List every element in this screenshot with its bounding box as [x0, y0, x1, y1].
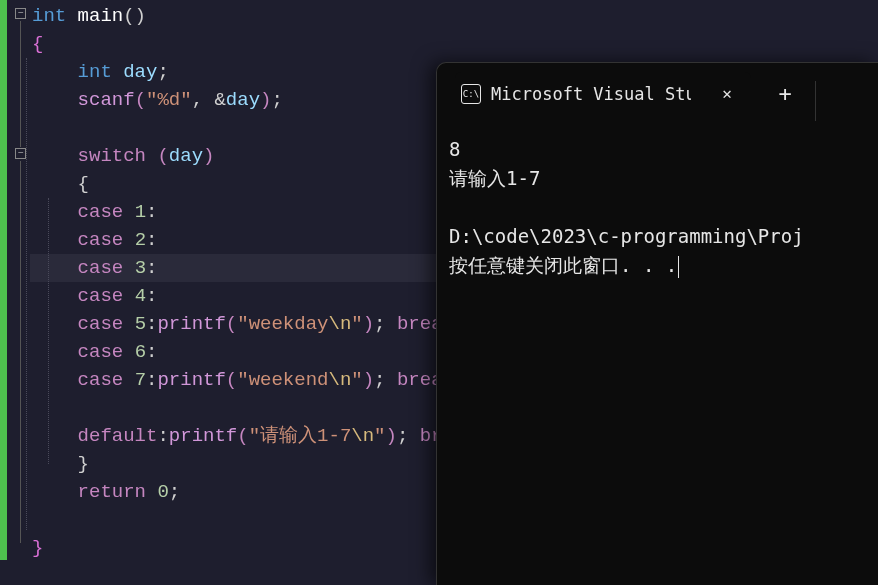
code-line[interactable]: {: [30, 30, 878, 58]
terminal-tab[interactable]: C:\ Microsoft Visual Studio 调试控 ✕: [455, 72, 751, 116]
terminal-output[interactable]: 8 请输入1-7 D:\code\2023\c-programming\Proj…: [437, 125, 878, 585]
git-change-bar: [0, 0, 7, 560]
terminal-window: C:\ Microsoft Visual Studio 调试控 ✕ + 8 请输…: [436, 62, 878, 585]
new-tab-button[interactable]: +: [767, 76, 803, 112]
fold-toggle[interactable]: −: [15, 148, 26, 159]
fold-toggle[interactable]: −: [15, 8, 26, 19]
change-gutter: [0, 0, 14, 585]
fold-rail: − −: [14, 0, 30, 585]
code-line[interactable]: int main(): [30, 2, 878, 30]
terminal-tab-title: Microsoft Visual Studio 调试控: [491, 80, 691, 108]
indent-guide: [26, 58, 27, 530]
fold-guide-line: [20, 21, 21, 147]
titlebar-divider: [815, 81, 816, 121]
fold-guide-line: [20, 161, 21, 543]
indent-guide: [48, 198, 49, 464]
terminal-titlebar[interactable]: C:\ Microsoft Visual Studio 调试控 ✕ +: [437, 63, 878, 125]
close-tab-button[interactable]: ✕: [713, 80, 741, 108]
cmd-icon: C:\: [461, 84, 481, 104]
terminal-cursor: [678, 256, 679, 278]
